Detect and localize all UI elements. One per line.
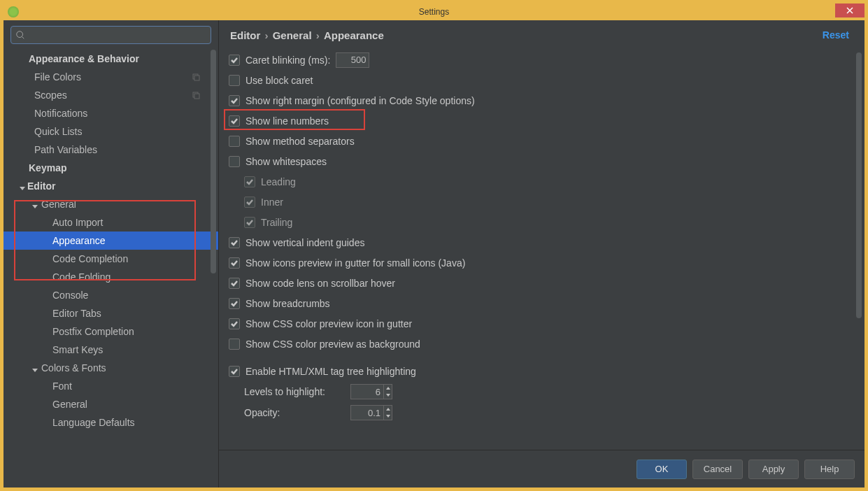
close-button[interactable] (835, 3, 865, 17)
checkbox-ws-trailing[interactable] (244, 217, 255, 228)
spinner-up[interactable] (384, 385, 392, 392)
tree-item-smart-keys[interactable]: Smart Keys (3, 341, 218, 359)
dialog-footer: OK Cancel Apply Help (219, 450, 865, 488)
titlebar[interactable]: Settings (3, 3, 865, 20)
option-code-lens: Show code lens on scrollbar hover (229, 273, 865, 293)
checkbox-css-bg[interactable] (229, 339, 240, 350)
search-box[interactable] (10, 26, 211, 44)
tree-item-notifications[interactable]: Notifications (3, 104, 218, 122)
tree-item-scopes[interactable]: Scopes (3, 86, 218, 104)
checkbox-ws-inner[interactable] (244, 197, 255, 208)
chevron-down-icon (31, 201, 38, 208)
tree-item-editor-tabs[interactable]: Editor Tabs (3, 304, 218, 322)
checkbox-use-block-caret[interactable] (229, 75, 240, 86)
field-levels: Levels to highlight: 6 (229, 381, 865, 402)
tree-item-keymap[interactable]: Keymap (3, 159, 218, 177)
sidebar: Appearance & Behavior File Colors Scopes… (3, 20, 219, 488)
search-input[interactable] (28, 30, 206, 41)
tree-item-font[interactable]: Font (3, 377, 218, 395)
option-ws-leading: Leading (229, 171, 865, 192)
option-caret-blinking: Caret blinking (ms): (229, 50, 865, 70)
svg-rect-4 (194, 94, 199, 99)
copy-icon (192, 90, 200, 99)
checkbox-vertical-indent[interactable] (229, 237, 240, 248)
option-show-method-separators: Show method separators (229, 131, 865, 151)
option-breadcrumbs: Show breadcrumbs (229, 293, 865, 313)
tree-item-postfix-completion[interactable]: Postfix Completion (3, 322, 218, 341)
tree-item-quick-lists[interactable]: Quick Lists (3, 122, 218, 141)
tree-item-editor[interactable]: Editor (3, 177, 218, 195)
tree-item-language-defaults[interactable]: Language Defaults (3, 413, 218, 432)
option-vertical-indent: Show vertical indent guides (229, 232, 865, 252)
checkbox-caret-blinking[interactable] (229, 55, 240, 66)
checkbox-html-tag-tree[interactable] (229, 366, 240, 377)
checkbox-show-whitespaces[interactable] (229, 156, 240, 167)
close-icon (846, 7, 853, 14)
settings-window: Settings Appearance & Behavior File Colo… (3, 3, 865, 488)
cancel-button[interactable]: Cancel (692, 460, 743, 479)
search-icon (15, 30, 25, 40)
settings-tree: Appearance & Behavior File Colors Scopes… (3, 48, 218, 488)
spinner-levels[interactable]: 6 (350, 384, 392, 399)
help-button[interactable]: Help (804, 460, 855, 479)
tree-item-path-variables[interactable]: Path Variables (3, 141, 218, 159)
tree-item-code-folding[interactable]: Code Folding (3, 268, 218, 286)
spinner-down[interactable] (384, 413, 392, 420)
checkbox-css-gutter[interactable] (229, 318, 240, 329)
options-panel: Caret blinking (ms): Use block caret Sho… (219, 50, 865, 450)
tree-item-console[interactable]: Console (3, 286, 218, 304)
tree-item-appearance[interactable]: Appearance (3, 232, 218, 250)
option-icons-preview: Show icons preview in gutter for small i… (229, 252, 865, 273)
option-use-block-caret: Use block caret (229, 70, 865, 90)
ok-button[interactable]: OK (636, 460, 687, 479)
tree-item-code-completion[interactable]: Code Completion (3, 250, 218, 268)
chevron-down-icon (31, 364, 38, 371)
option-ws-trailing: Trailing (229, 212, 865, 232)
window-title: Settings (419, 7, 449, 17)
checkbox-show-method-separators[interactable] (229, 136, 240, 147)
svg-rect-2 (194, 76, 199, 80)
option-ws-inner: Inner (229, 192, 865, 212)
tree-item-colors-fonts[interactable]: Colors & Fonts (3, 359, 218, 377)
options-scrollbar[interactable] (856, 52, 862, 318)
field-opacity: Opacity: 0.1 (229, 402, 865, 423)
reset-link[interactable]: Reset (823, 29, 853, 41)
copy-icon (192, 72, 200, 80)
svg-point-0 (17, 31, 23, 38)
spinner-up[interactable] (384, 406, 392, 413)
app-icon (8, 6, 19, 17)
option-css-bg: Show CSS color preview as background (229, 334, 865, 354)
tree-item-general[interactable]: General (3, 195, 218, 213)
input-caret-blinking-ms[interactable] (336, 52, 369, 68)
tree-item-cf-general[interactable]: General (3, 395, 218, 413)
checkbox-show-line-numbers[interactable] (229, 115, 240, 127)
checkbox-breadcrumbs[interactable] (229, 298, 240, 309)
spinner-down[interactable] (384, 392, 392, 399)
checkbox-code-lens[interactable] (229, 278, 240, 289)
checkbox-ws-leading[interactable] (244, 176, 255, 187)
checkbox-show-right-margin[interactable] (229, 95, 240, 106)
option-css-gutter: Show CSS color preview icon in gutter (229, 313, 865, 334)
main-panel: Editor › General › Appearance Reset Care… (219, 20, 865, 488)
tree-item-appearance-behavior[interactable]: Appearance & Behavior (3, 50, 218, 68)
chevron-down-icon (19, 183, 26, 190)
spinner-opacity[interactable]: 0.1 (350, 405, 392, 420)
option-show-right-margin: Show right margin (configured in Code St… (229, 90, 865, 111)
checkbox-icons-preview[interactable] (229, 257, 240, 269)
apply-button[interactable]: Apply (748, 460, 799, 479)
tree-item-auto-import[interactable]: Auto Import (3, 213, 218, 232)
option-html-tag-tree: Enable HTML/XML tag tree highlighting (229, 361, 865, 381)
tree-item-file-colors[interactable]: File Colors (3, 68, 218, 86)
tree-scrollbar[interactable] (211, 50, 216, 273)
option-show-line-numbers: Show line numbers (229, 111, 865, 131)
option-show-whitespaces: Show whitespaces (229, 151, 865, 171)
breadcrumb: Editor › General › Appearance (230, 29, 823, 41)
